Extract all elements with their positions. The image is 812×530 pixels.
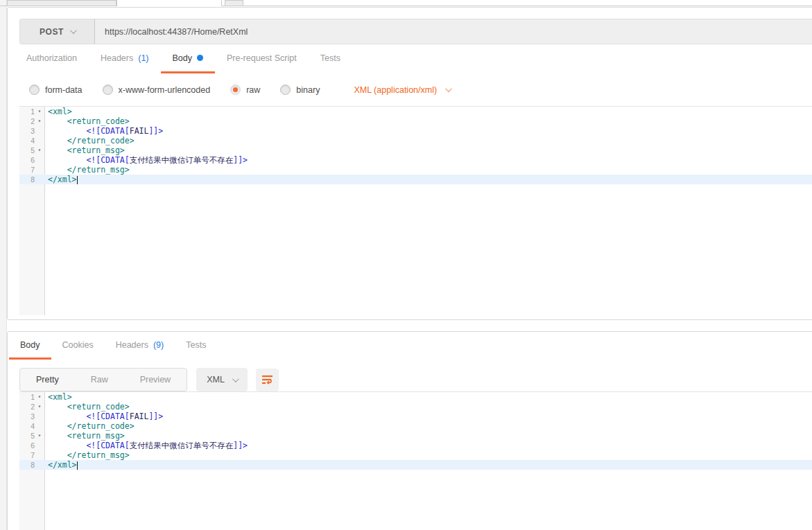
line-gutter: 1▾ bbox=[19, 392, 45, 402]
request-tab-active[interactable] bbox=[116, 0, 222, 6]
code-segment-cdata: ]]> bbox=[148, 412, 163, 421]
response-language-dropdown[interactable]: XML bbox=[196, 368, 248, 391]
code-line[interactable]: 8</xml> bbox=[19, 175, 812, 184]
line-gutter: 7 bbox=[19, 165, 45, 175]
code-text[interactable]: </xml> bbox=[45, 460, 812, 470]
tab-response-body[interactable]: Body bbox=[9, 332, 51, 360]
code-segment-cdata: <![CDATA[ bbox=[86, 412, 129, 421]
code-text[interactable]: <xml> bbox=[45, 392, 812, 402]
code-line[interactable]: 7 </return_msg> bbox=[19, 165, 812, 175]
radio-icon[interactable] bbox=[280, 85, 291, 95]
code-segment-tag: </return_msg> bbox=[48, 450, 130, 460]
line-gutter: 6 bbox=[19, 441, 45, 450]
fold-spacer bbox=[35, 165, 44, 175]
line-gutter: 6 bbox=[19, 155, 45, 165]
code-line[interactable]: 3 <![CDATA[FAIL]]> bbox=[19, 412, 812, 421]
line-number: 4 bbox=[19, 421, 35, 431]
code-text[interactable]: <xml> bbox=[45, 107, 812, 116]
code-line[interactable]: 3 <![CDATA[FAIL]]> bbox=[19, 126, 812, 136]
code-text[interactable]: <return_msg> bbox=[45, 145, 812, 155]
tabbar-divider bbox=[222, 6, 812, 6]
headers-count-badge: (1) bbox=[138, 53, 148, 63]
tab-response-headers[interactable]: Headers (9) bbox=[105, 332, 175, 360]
code-text[interactable]: <![CDATA[FAIL]]> bbox=[45, 412, 812, 421]
fold-arrow-icon[interactable]: ▾ bbox=[35, 107, 44, 116]
fold-arrow-icon[interactable]: ▾ bbox=[35, 392, 44, 402]
mode-form-data[interactable]: form-data bbox=[29, 85, 83, 95]
tab-authorization[interactable]: Authorization bbox=[15, 44, 89, 73]
response-body-editor[interactable]: 1▾<xml>2▾ <return_code>3 <![CDATA[FAIL]]… bbox=[19, 391, 812, 530]
radio-icon[interactable] bbox=[103, 85, 113, 95]
code-segment-tag: </return_msg> bbox=[48, 165, 130, 175]
code-text[interactable]: <return_code> bbox=[45, 116, 812, 126]
text-cursor bbox=[77, 461, 78, 470]
code-line[interactable]: 1▾<xml> bbox=[19, 107, 812, 116]
mode-x-www-form-urlencoded[interactable]: x-www-form-urlencoded bbox=[103, 85, 211, 95]
code-line[interactable]: 4 </return_code> bbox=[19, 421, 812, 431]
code-line[interactable]: 5▾ <return_msg> bbox=[19, 431, 812, 441]
radio-selected-icon[interactable] bbox=[230, 85, 241, 95]
radio-icon[interactable] bbox=[29, 85, 40, 95]
code-text[interactable]: </xml> bbox=[45, 175, 812, 184]
line-gutter: 4 bbox=[19, 136, 45, 145]
code-text[interactable]: <![CDATA[支付结果中微信订单号不存在]]> bbox=[45, 441, 812, 450]
code-line[interactable]: 6 <![CDATA[支付结果中微信订单号不存在]]> bbox=[19, 441, 812, 450]
content-type-dropdown[interactable]: XML (application/xml) bbox=[354, 85, 450, 95]
tab-response-tests[interactable]: Tests bbox=[175, 332, 217, 360]
tab-tests[interactable]: Tests bbox=[309, 44, 352, 73]
line-gutter: 8 bbox=[19, 460, 45, 470]
response-toolbar: Pretty Raw Preview XML bbox=[19, 368, 812, 391]
code-text[interactable]: <![CDATA[FAIL]]> bbox=[45, 126, 812, 136]
mode-binary[interactable]: binary bbox=[280, 85, 320, 95]
wrap-lines-button[interactable] bbox=[256, 369, 279, 391]
tab-headers[interactable]: Headers (1) bbox=[89, 44, 161, 73]
code-segment-tag: </return_code> bbox=[48, 421, 135, 431]
code-line[interactable]: 6 <![CDATA[支付结果中微信订单号不存在]]> bbox=[19, 155, 812, 165]
fold-arrow-icon[interactable]: ▾ bbox=[35, 145, 44, 155]
code-line[interactable]: 2▾ <return_code> bbox=[19, 402, 812, 412]
code-segment-tag: <return_msg> bbox=[48, 145, 125, 155]
url-bar: POST https://localhost:44387/Home/RetXml bbox=[19, 19, 812, 44]
line-gutter: 2▾ bbox=[19, 402, 45, 412]
url-input[interactable]: https://localhost:44387/Home/RetXml bbox=[95, 19, 812, 44]
code-text[interactable]: <![CDATA[支付结果中微信订单号不存在]]> bbox=[45, 155, 812, 165]
code-text[interactable]: <return_code> bbox=[45, 402, 812, 412]
preview-button[interactable]: Preview bbox=[124, 369, 187, 391]
line-number: 1 bbox=[19, 107, 35, 116]
code-text[interactable]: </return_msg> bbox=[45, 450, 812, 460]
code-text[interactable]: <return_msg> bbox=[45, 431, 812, 441]
line-number: 6 bbox=[19, 155, 35, 165]
code-line[interactable]: 1▾<xml> bbox=[19, 392, 812, 402]
pretty-button[interactable]: Pretty bbox=[20, 369, 75, 391]
tab-pre-request-script[interactable]: Pre-request Script bbox=[215, 44, 309, 73]
line-number: 3 bbox=[19, 126, 35, 136]
code-segment-tag: <xml> bbox=[48, 392, 72, 402]
raw-button[interactable]: Raw bbox=[75, 369, 124, 391]
request-panel: POST https://localhost:44387/Home/RetXml… bbox=[7, 7, 812, 320]
code-segment-plain bbox=[48, 155, 86, 165]
mode-raw[interactable]: raw bbox=[230, 85, 260, 95]
code-line[interactable]: 2▾ <return_code> bbox=[19, 116, 812, 126]
code-text[interactable]: </return_msg> bbox=[45, 165, 812, 175]
new-tab-button[interactable] bbox=[225, 0, 243, 6]
fold-arrow-icon[interactable]: ▾ bbox=[35, 116, 44, 126]
line-gutter: 8 bbox=[19, 175, 45, 184]
code-text[interactable]: </return_code> bbox=[45, 136, 812, 145]
line-number: 2 bbox=[19, 402, 35, 412]
code-line[interactable]: 8</xml> bbox=[19, 460, 812, 470]
code-segment-tag: <xml> bbox=[48, 107, 72, 116]
code-line[interactable]: 4 </return_code> bbox=[19, 136, 812, 145]
method-dropdown[interactable]: POST bbox=[20, 19, 95, 44]
fold-arrow-icon[interactable]: ▾ bbox=[35, 402, 44, 412]
request-body-editor[interactable]: 1▾<xml>2▾ <return_code>3 <![CDATA[FAIL]]… bbox=[19, 106, 812, 315]
line-gutter: 4 bbox=[19, 421, 45, 431]
tab-response-cookies[interactable]: Cookies bbox=[51, 332, 105, 360]
request-tab-inactive[interactable] bbox=[7, 0, 116, 6]
code-segment-tag: <return_code> bbox=[48, 402, 130, 412]
code-text[interactable]: </return_code> bbox=[45, 421, 812, 431]
code-line[interactable]: 7 </return_msg> bbox=[19, 450, 812, 460]
tab-body[interactable]: Body bbox=[161, 44, 216, 73]
code-segment-content: 支付结果中微信订单号不存在 bbox=[130, 441, 234, 450]
fold-arrow-icon[interactable]: ▾ bbox=[35, 431, 44, 441]
code-line[interactable]: 5▾ <return_msg> bbox=[19, 145, 812, 155]
